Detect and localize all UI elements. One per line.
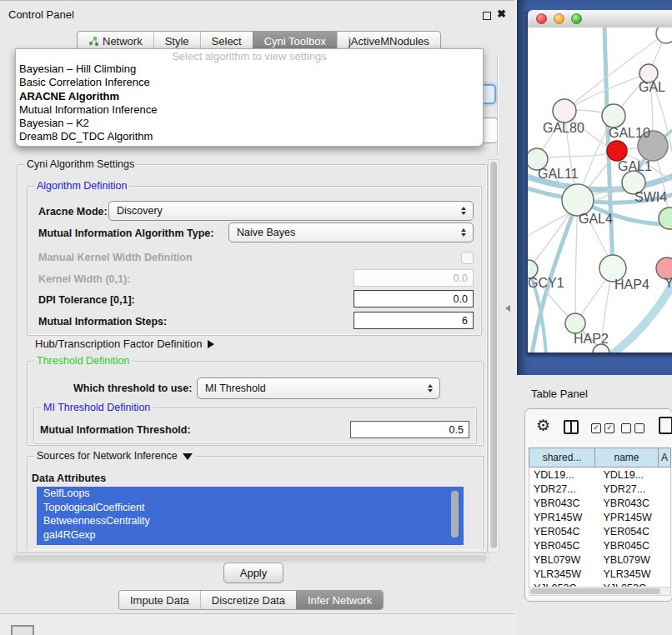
attribute-list-item[interactable]: TopologicalCoefficient [37,501,464,515]
table-panel-body: ⚙ ✓✓ shared... name A YDL19...YDL19...13… [524,408,672,602]
apply-button[interactable]: Apply [223,562,283,583]
deselect-all-checkboxes-icon[interactable] [621,423,644,433]
dpi-tolerance-field[interactable]: 0.0 [354,290,474,308]
column-header-name[interactable]: name [595,448,659,467]
table-row[interactable]: YBR045CYBR045C9. [529,538,670,552]
popup-item[interactable]: Basic Correlation Inference [16,76,483,89]
panel-divider-arrow[interactable] [505,305,510,312]
bottom-tab-impute-data[interactable]: Impute Data [119,591,200,609]
tab-network[interactable]: Network [78,32,153,50]
screenshot-stage: Control Panel ✖ NetworkStyleSelectCyni T… [0,0,672,635]
table-row[interactable]: YLR345WYLR345W9. [529,567,670,581]
gear-icon[interactable]: ⚙ [536,416,550,435]
network-node-hap2[interactable] [565,313,585,333]
control-panel-title: Control Panel [8,8,74,21]
threshold-definition-title: Threshold Definition [34,355,132,367]
minimize-traffic-light-icon[interactable] [554,13,564,24]
node-label: GAL1 [618,159,652,173]
table-cell: YPR145W [529,512,599,523]
combo-arrows-icon [461,207,466,215]
columns-icon[interactable] [564,420,579,434]
cyni-bottom-tabs: Impute DataDiscretize DataInfer Network [118,590,384,610]
table-row[interactable]: YPR145WYPR145W9. [529,510,670,524]
hidden-group-border-fragment [497,56,499,156]
kernel-width-field[interactable]: 0.0 [354,269,474,287]
select-all-checkboxes-icon[interactable]: ✓✓ [591,423,614,433]
aracne-mode-value: Discovery [117,205,461,217]
popup-item[interactable]: Mutual Information Inference [16,103,483,117]
which-threshold-combo[interactable]: MI Threshold [197,378,440,399]
node-label: GCY1 [528,276,564,290]
close-icon[interactable]: ✖ [497,8,506,20]
mi-type-combo[interactable]: Naive Bayes [228,222,474,242]
table-cell: YPR145W [599,512,666,523]
attribute-list-item[interactable]: gal4RGexp [37,528,464,542]
table-cell: YER054C [529,526,599,538]
table-row[interactable]: YER054CYER054C8. [529,524,670,538]
network-canvas[interactable]: GALGAL80GAL10GAL1GAL11SWI4GAL4GCY1HAP4YH… [528,28,672,352]
table-cell: 13 [666,469,670,481]
table-row[interactable]: YJL053CYJL053C9 [529,581,670,587]
node-label: SWI4 [634,190,667,204]
sources-group-title: Sources for Network Inference [34,450,195,462]
dpi-tolerance-label: DPI Tolerance [0,1]: [38,294,135,306]
attribute-list-item[interactable]: SelfLoops [37,487,464,501]
zoom-traffic-light-icon[interactable] [571,13,582,24]
table-cell: YDR27... [599,483,666,495]
attribute-list-item[interactable]: BetweennessCentrality [37,514,464,528]
network-node-gal10[interactable] [602,104,625,128]
table-cell: 9. [666,540,670,552]
document-icon[interactable] [659,417,672,434]
tab-select[interactable]: Select [200,32,253,50]
network-node-gal80[interactable] [553,99,576,122]
window-bottom-shadow [528,352,672,358]
expander-arrow-icon [208,340,214,348]
data-attributes-label: Data Attributes [32,472,106,484]
table-cell: 9. [666,568,670,580]
table-cell: YBR043C [529,498,599,509]
table-cell: YDR27... [529,483,599,495]
table-cell: YBR043C [599,498,666,509]
column-header-partial[interactable]: A [659,448,670,467]
tab-style[interactable]: Style [153,32,200,50]
list-scrollbar-thumb[interactable] [451,491,459,538]
close-traffic-light-icon[interactable] [536,13,547,24]
tab-jactivemnodules[interactable]: jActiveMNodules [337,32,440,50]
mi-threshold-field[interactable]: 0.5 [350,421,469,438]
aracne-mode-combo[interactable]: Discovery [108,201,474,221]
mi-steps-field[interactable]: 6 [354,312,474,329]
bottom-tab-discretize-data[interactable]: Discretize Data [200,591,296,609]
network-node-gal1[interactable] [607,141,627,161]
table-row[interactable]: YDR27...YDR27...12 [529,482,670,496]
float-window-icon[interactable] [483,12,491,20]
table-panel-title: Table Panel [531,388,588,400]
network-node[interactable] [656,28,672,43]
table-horizontal-scrollbar[interactable] [529,587,671,596]
popup-prompt: Select algorithm to view settings [16,50,483,62]
table-row[interactable]: YBR043CYBR043C [529,496,670,510]
table-cell: YER054C [599,526,666,538]
column-header-shared-name[interactable]: shared... [529,448,595,467]
algorithm-select-popup: Select algorithm to view settings Bayesi… [15,48,484,147]
manual-kernel-checkbox[interactable] [461,252,474,264]
combo-arrows-icon [428,384,433,392]
mini-panel-icon[interactable] [11,625,34,635]
tab-cyni-toolbox[interactable]: Cyni Toolbox [253,32,337,50]
bottom-tab-infer-network[interactable]: Infer Network [296,591,383,609]
node-label: GAL11 [538,167,579,181]
table-header-row: shared... name A [529,448,671,468]
table-row[interactable]: YDL19...YDL19...13 [529,468,670,482]
kernel-width-label: Kernel Width (0,1): [38,273,130,285]
node-label: HAP2 [574,332,609,346]
popup-item[interactable]: Dream8 DC_TDC Algorithm [16,130,483,143]
popup-item[interactable]: ARACNE Algorithm [16,90,483,103]
hub-definition-expander[interactable]: Hub/Transcription Factor Definition [35,338,214,350]
data-attributes-list[interactable]: SelfLoopsTopologicalCoefficientBetweenne… [37,487,464,545]
popup-item[interactable]: Bayesian – K2 [16,117,483,130]
table-cell: YDL19... [599,469,666,481]
settings-vertical-scrollbar[interactable] [488,159,499,552]
network-graph: GALGAL80GAL10GAL1GAL11SWI4GAL4GCY1HAP4YH… [528,28,672,352]
popup-item[interactable]: Bayesian – Hill Climbing [16,62,483,76]
network-window-titlebar[interactable] [528,10,672,28]
table-row[interactable]: YBL079WYBL079W [529,552,670,567]
